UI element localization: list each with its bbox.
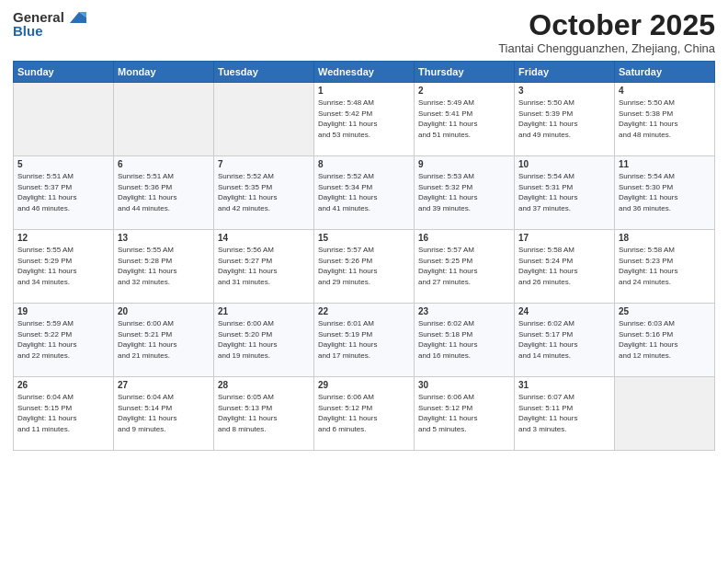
table-cell bbox=[114, 83, 214, 156]
day-info: Sunrise: 5:51 AM Sunset: 5:36 PM Dayligh… bbox=[118, 171, 210, 213]
day-info: Sunrise: 5:52 AM Sunset: 5:35 PM Dayligh… bbox=[218, 171, 310, 213]
table-cell: 5Sunrise: 5:51 AM Sunset: 5:37 PM Daylig… bbox=[14, 156, 114, 230]
logo: General Blue bbox=[13, 9, 86, 39]
col-tuesday: Tuesday bbox=[214, 62, 314, 83]
day-info: Sunrise: 6:00 AM Sunset: 5:20 PM Dayligh… bbox=[218, 318, 310, 361]
day-info: Sunrise: 6:06 AM Sunset: 5:12 PM Dayligh… bbox=[318, 392, 410, 434]
day-number: 31 bbox=[518, 380, 610, 390]
table-cell bbox=[14, 83, 114, 156]
day-number: 9 bbox=[418, 159, 510, 169]
table-cell: 28Sunrise: 6:05 AM Sunset: 5:13 PM Dayli… bbox=[214, 377, 314, 451]
table-cell: 23Sunrise: 6:02 AM Sunset: 5:18 PM Dayli… bbox=[415, 304, 515, 377]
week-row-2: 5Sunrise: 5:51 AM Sunset: 5:37 PM Daylig… bbox=[14, 156, 715, 230]
day-info: Sunrise: 5:49 AM Sunset: 5:41 PM Dayligh… bbox=[418, 98, 510, 140]
col-wednesday: Wednesday bbox=[314, 62, 415, 83]
col-monday: Monday bbox=[114, 62, 214, 83]
day-info: Sunrise: 6:07 AM Sunset: 5:11 PM Dayligh… bbox=[518, 392, 610, 434]
day-info: Sunrise: 5:51 AM Sunset: 5:37 PM Dayligh… bbox=[17, 171, 109, 213]
table-cell: 31Sunrise: 6:07 AM Sunset: 5:11 PM Dayli… bbox=[515, 377, 615, 451]
day-number: 3 bbox=[518, 86, 610, 96]
location: Tiantai Chengguanzhen, Zhejiang, China bbox=[498, 41, 715, 55]
day-number: 16 bbox=[418, 233, 510, 243]
table-cell: 6Sunrise: 5:51 AM Sunset: 5:36 PM Daylig… bbox=[114, 156, 214, 230]
day-info: Sunrise: 5:50 AM Sunset: 5:39 PM Dayligh… bbox=[518, 98, 610, 140]
col-sunday: Sunday bbox=[14, 62, 114, 83]
day-number: 18 bbox=[619, 233, 711, 243]
table-cell: 30Sunrise: 6:06 AM Sunset: 5:12 PM Dayli… bbox=[415, 377, 515, 451]
day-info: Sunrise: 6:04 AM Sunset: 5:14 PM Dayligh… bbox=[118, 392, 210, 434]
table-cell: 29Sunrise: 6:06 AM Sunset: 5:12 PM Dayli… bbox=[314, 377, 415, 451]
day-info: Sunrise: 5:50 AM Sunset: 5:38 PM Dayligh… bbox=[619, 98, 711, 140]
table-cell: 9Sunrise: 5:53 AM Sunset: 5:32 PM Daylig… bbox=[415, 156, 515, 230]
day-number: 25 bbox=[619, 306, 711, 316]
table-cell: 12Sunrise: 5:55 AM Sunset: 5:29 PM Dayli… bbox=[14, 230, 114, 304]
table-cell: 26Sunrise: 6:04 AM Sunset: 5:15 PM Dayli… bbox=[14, 377, 114, 451]
day-info: Sunrise: 5:59 AM Sunset: 5:22 PM Dayligh… bbox=[17, 318, 109, 361]
day-info: Sunrise: 6:02 AM Sunset: 5:17 PM Dayligh… bbox=[518, 318, 610, 361]
day-info: Sunrise: 6:01 AM Sunset: 5:19 PM Dayligh… bbox=[318, 318, 410, 361]
day-number: 26 bbox=[17, 380, 109, 390]
day-number: 20 bbox=[118, 306, 210, 316]
day-number: 4 bbox=[619, 86, 711, 96]
day-info: Sunrise: 5:58 AM Sunset: 5:24 PM Dayligh… bbox=[518, 245, 610, 287]
day-number: 23 bbox=[418, 306, 510, 316]
day-info: Sunrise: 5:56 AM Sunset: 5:27 PM Dayligh… bbox=[218, 245, 310, 287]
day-number: 5 bbox=[17, 159, 109, 169]
week-row-5: 26Sunrise: 6:04 AM Sunset: 5:15 PM Dayli… bbox=[14, 377, 715, 451]
calendar-table: Sunday Monday Tuesday Wednesday Thursday… bbox=[13, 61, 715, 451]
day-number: 21 bbox=[218, 306, 310, 316]
day-number: 10 bbox=[518, 159, 610, 169]
day-number: 8 bbox=[318, 159, 410, 169]
day-info: Sunrise: 5:57 AM Sunset: 5:26 PM Dayligh… bbox=[318, 245, 410, 287]
col-saturday: Saturday bbox=[615, 62, 715, 83]
table-cell: 27Sunrise: 6:04 AM Sunset: 5:14 PM Dayli… bbox=[114, 377, 214, 451]
day-number: 22 bbox=[318, 306, 410, 316]
table-cell: 2Sunrise: 5:49 AM Sunset: 5:41 PM Daylig… bbox=[415, 83, 515, 156]
day-number: 6 bbox=[118, 159, 210, 169]
table-cell: 18Sunrise: 5:58 AM Sunset: 5:23 PM Dayli… bbox=[615, 230, 715, 304]
title-area: October 2025 Tiantai Chengguanzhen, Zhej… bbox=[498, 9, 715, 55]
day-number: 29 bbox=[318, 380, 410, 390]
day-number: 1 bbox=[318, 86, 410, 96]
month-title: October 2025 bbox=[498, 9, 715, 41]
table-cell: 7Sunrise: 5:52 AM Sunset: 5:35 PM Daylig… bbox=[214, 156, 314, 230]
day-number: 17 bbox=[518, 233, 610, 243]
day-number: 7 bbox=[218, 159, 310, 169]
day-info: Sunrise: 5:55 AM Sunset: 5:28 PM Dayligh… bbox=[118, 245, 210, 287]
day-info: Sunrise: 6:05 AM Sunset: 5:13 PM Dayligh… bbox=[218, 392, 310, 434]
day-info: Sunrise: 5:54 AM Sunset: 5:31 PM Dayligh… bbox=[518, 171, 610, 213]
logo-blue: Blue bbox=[13, 23, 43, 39]
table-cell: 13Sunrise: 5:55 AM Sunset: 5:28 PM Dayli… bbox=[114, 230, 214, 304]
week-row-4: 19Sunrise: 5:59 AM Sunset: 5:22 PM Dayli… bbox=[14, 304, 715, 377]
table-cell: 21Sunrise: 6:00 AM Sunset: 5:20 PM Dayli… bbox=[214, 304, 314, 377]
table-cell: 1Sunrise: 5:48 AM Sunset: 5:42 PM Daylig… bbox=[314, 83, 415, 156]
day-number: 28 bbox=[218, 380, 310, 390]
table-cell: 8Sunrise: 5:52 AM Sunset: 5:34 PM Daylig… bbox=[314, 156, 415, 230]
day-info: Sunrise: 6:04 AM Sunset: 5:15 PM Dayligh… bbox=[17, 392, 109, 434]
header: General Blue October 2025 Tiantai Chengg… bbox=[13, 9, 715, 55]
table-cell: 3Sunrise: 5:50 AM Sunset: 5:39 PM Daylig… bbox=[515, 83, 615, 156]
col-thursday: Thursday bbox=[415, 62, 515, 83]
day-info: Sunrise: 5:48 AM Sunset: 5:42 PM Dayligh… bbox=[318, 98, 410, 140]
day-info: Sunrise: 5:58 AM Sunset: 5:23 PM Dayligh… bbox=[619, 245, 711, 287]
logo-icon bbox=[66, 10, 86, 25]
table-cell: 10Sunrise: 5:54 AM Sunset: 5:31 PM Dayli… bbox=[515, 156, 615, 230]
day-number: 11 bbox=[619, 159, 711, 169]
table-cell bbox=[214, 83, 314, 156]
table-cell: 16Sunrise: 5:57 AM Sunset: 5:25 PM Dayli… bbox=[415, 230, 515, 304]
week-row-1: 1Sunrise: 5:48 AM Sunset: 5:42 PM Daylig… bbox=[14, 83, 715, 156]
day-info: Sunrise: 6:02 AM Sunset: 5:18 PM Dayligh… bbox=[418, 318, 510, 361]
table-cell: 22Sunrise: 6:01 AM Sunset: 5:19 PM Dayli… bbox=[314, 304, 415, 377]
day-number: 27 bbox=[118, 380, 210, 390]
day-info: Sunrise: 5:54 AM Sunset: 5:30 PM Dayligh… bbox=[619, 171, 711, 213]
table-cell: 20Sunrise: 6:00 AM Sunset: 5:21 PM Dayli… bbox=[114, 304, 214, 377]
table-cell bbox=[615, 377, 715, 451]
table-cell: 14Sunrise: 5:56 AM Sunset: 5:27 PM Dayli… bbox=[214, 230, 314, 304]
day-number: 2 bbox=[418, 86, 510, 96]
day-info: Sunrise: 5:55 AM Sunset: 5:29 PM Dayligh… bbox=[17, 245, 109, 287]
day-number: 30 bbox=[418, 380, 510, 390]
table-cell: 11Sunrise: 5:54 AM Sunset: 5:30 PM Dayli… bbox=[615, 156, 715, 230]
table-cell: 4Sunrise: 5:50 AM Sunset: 5:38 PM Daylig… bbox=[615, 83, 715, 156]
day-number: 24 bbox=[518, 306, 610, 316]
col-friday: Friday bbox=[515, 62, 615, 83]
